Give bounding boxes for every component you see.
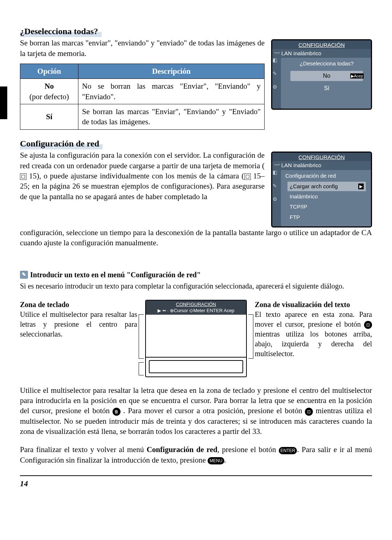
accept-badge: ▶Acep [350, 73, 364, 79]
usage-para-1: Utilice el multiselector para resaltar l… [20, 385, 372, 437]
cs2-item-tcpip[interactable]: TCP/IP [287, 202, 366, 211]
cs2-side-icons: ◧✎⚙ [273, 169, 277, 203]
row-no-option: No (por defecto) [20, 79, 78, 104]
section-title-2: Configuración de red [20, 138, 103, 149]
cs1-option-si[interactable]: Sí [290, 83, 363, 93]
cs1-question: ¿Deselecciona todas? [285, 60, 368, 67]
note-intro: Si es necesario introducir un texto para… [20, 281, 372, 291]
cs2-item-ftp[interactable]: FTP [287, 213, 366, 222]
zona-teclado-body: Utilice el multiselector para resaltar l… [20, 310, 137, 338]
cs1-side-icons: ◧✎⚙ [273, 57, 277, 90]
usage-para-2: Para finalizar el texto y volver al menú… [20, 444, 372, 465]
text-display-area [146, 315, 246, 358]
options-table: Opción Descripción No (por defecto) No s… [20, 64, 265, 130]
cs2-item-inalambrico[interactable]: Inalámbrico [287, 192, 366, 201]
trash-button-icon: 🗑 [113, 408, 121, 416]
bracket-icon [139, 314, 144, 359]
bracket-icon [248, 314, 253, 359]
cs1-header: CONFIGURACIÓN [272, 40, 371, 49]
manual-ref-icon [20, 173, 26, 180]
zona-teclado-block: Zona de teclado Utilice el multiselector… [20, 300, 137, 339]
zona-vis-body-2: mientras utiliza los botones arriba, aba… [255, 330, 372, 358]
th-descripcion: Descripción [78, 64, 265, 79]
kb-header: CONFIGURACIÓN ▶ ▪▪ · ⊕Cursor ⊙Meter ENTE… [146, 301, 246, 315]
row-si-option: Sí [20, 104, 78, 130]
section2-para-tail: configuración, seleccione un tiempo para… [20, 227, 372, 248]
page-number: 14 [20, 478, 372, 489]
page-side-tab [0, 86, 7, 119]
section2-para-wrapped: Se ajusta la configuración para la conex… [20, 150, 265, 202]
section-title-1: ¿Deselecciona todas? [20, 25, 102, 37]
pencil-icon: ✎ [20, 271, 28, 279]
menu-name-bold: Configuración de red [147, 445, 217, 454]
manual-ref-icon [244, 173, 251, 180]
cs2-item-cargar[interactable]: ¿Cargar arch config ▶ [287, 182, 366, 191]
note-title: ✎ Introducir un texto en el menú "Config… [20, 270, 372, 280]
zona-visualizacion-block: Zona de visualización del texto El texto… [255, 300, 372, 359]
note-section: ✎ Introducir un texto en el menú "Config… [20, 270, 372, 466]
keyboard-dialog-figure: CONFIGURACIÓN ▶ ▪▪ · ⊕Cursor ⊙Meter ENTE… [145, 300, 247, 377]
section-deselecciona: ¿Deselecciona todas? Se borran las marca… [20, 25, 372, 130]
opt-no-sublabel: (por defecto) [24, 92, 74, 102]
zona-vis-title: Zona de visualización del texto [255, 301, 350, 309]
thumbnail-button-icon: ⊡ [364, 321, 372, 329]
cs1-option-no[interactable]: No ▶Acep [290, 71, 363, 81]
zona-vis-body-1: El texto aparece en esta zona. Para move… [255, 310, 372, 328]
row-no-desc: No se borran las marcas "Enviar", "Envia… [78, 79, 265, 104]
opt-no-label: No [45, 82, 54, 90]
enter-button-icon: ENTER [279, 447, 297, 454]
cs2-sub: 〰LAN inalámbrico [272, 161, 371, 170]
thumbnail-button-icon: ⊡ [305, 408, 313, 416]
camera-screen-2: CONFIGURACIÓN 〰LAN inalámbrico ◧✎⚙ Confi… [271, 150, 372, 227]
keyboard-area [149, 360, 243, 373]
cs1-sub: 〰LAN inalámbrico [272, 49, 371, 58]
zona-teclado-title: Zona de teclado [20, 301, 69, 309]
chevron-right-icon: ▶ [358, 184, 364, 189]
row-si-desc: Se borran las marcas "Enviar", "Enviando… [78, 104, 265, 130]
section-config-red: Configuración de red Se ajusta la config… [20, 138, 372, 248]
th-opcion: Opción [20, 64, 78, 79]
camera-screen-1: CONFIGURACIÓN 〰LAN inalámbrico ◧✎⚙ ¿Dese… [271, 38, 372, 110]
cs2-header: CONFIGURACIÓN [272, 153, 371, 161]
menu-button-icon: MENU [208, 457, 224, 464]
footer-rule [20, 475, 372, 476]
bracket-icon [139, 362, 144, 375]
cs2-panel-title: Configuración de red [285, 172, 368, 180]
section1-para: Se borran las marcas "enviar", "enviando… [20, 38, 265, 59]
